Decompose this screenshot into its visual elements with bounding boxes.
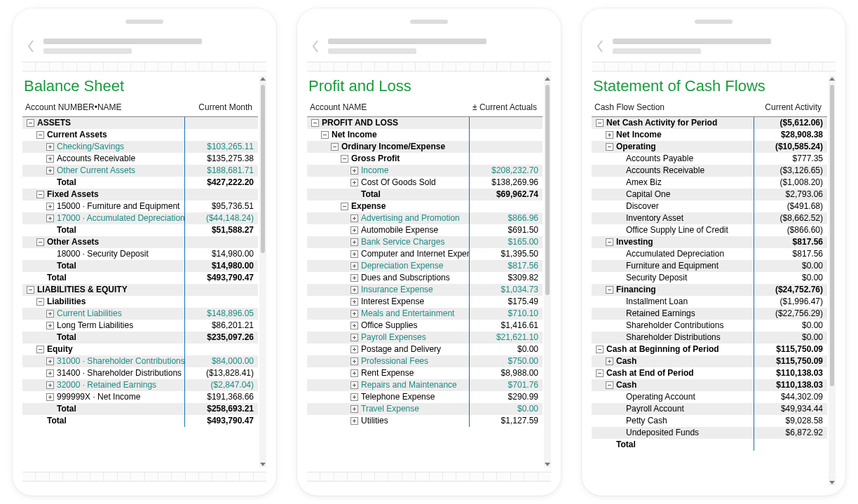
report-row[interactable]: Dues and Subscriptions $309.82 — [307, 272, 543, 284]
report-row[interactable]: Professional Fees $750.00 — [307, 355, 543, 367]
scroll-thumb[interactable] — [545, 85, 550, 295]
expand-icon[interactable] — [350, 381, 358, 389]
report-row[interactable]: Total $235,097.26 — [22, 332, 258, 343]
report-row[interactable]: Total $493,790.47 — [22, 272, 258, 284]
report-row[interactable]: Cash $110,138.03 — [592, 379, 827, 391]
report-row[interactable]: Undeposited Funds $6,872.92 — [592, 427, 827, 439]
scroll-thumb[interactable] — [261, 85, 265, 253]
report-row[interactable]: Current Assets — [22, 129, 258, 141]
scroll-up-icon[interactable] — [545, 77, 550, 81]
report-row[interactable]: Capital One $2,793.06 — [592, 189, 827, 200]
report-row[interactable]: 32000 · Retained Earnings ($2,847.04) — [22, 379, 258, 391]
report-row[interactable]: Depreciation Expense $817.56 — [307, 260, 543, 272]
report-row[interactable]: 18000 · Security Deposit $14,980.00 — [22, 248, 258, 260]
expand-icon[interactable] — [350, 274, 358, 282]
collapse-icon[interactable] — [331, 143, 339, 151]
expand-icon[interactable] — [350, 238, 358, 246]
report-row[interactable]: Income $208,232.70 — [307, 165, 543, 177]
report-row[interactable]: Total $258,693.21 — [22, 403, 258, 415]
expand-icon[interactable] — [350, 262, 358, 270]
expand-icon[interactable] — [350, 322, 358, 329]
report-row[interactable]: Insurance Expense $1,034.73 — [307, 284, 543, 296]
report-row[interactable]: Accounts Receivable ($3,126.65) — [592, 165, 827, 177]
expand-icon[interactable] — [350, 250, 358, 258]
expand-icon[interactable] — [46, 322, 54, 329]
report-row[interactable]: Investing $817.56 — [592, 236, 827, 248]
report-row[interactable]: Travel Expense $0.00 — [307, 403, 543, 415]
report-row[interactable]: 31400 · Shareholder Distributions ($13,8… — [22, 367, 258, 379]
expand-icon[interactable] — [350, 405, 358, 413]
expand-icon[interactable] — [350, 298, 358, 306]
report-row[interactable]: Petty Cash $9,028.58 — [592, 415, 827, 427]
collapse-icon[interactable] — [36, 346, 44, 353]
collapse-icon[interactable] — [596, 346, 604, 353]
report-row[interactable]: Liabilities — [22, 296, 258, 308]
report-row[interactable]: Office Supply Line of Credit ($866.60) — [592, 224, 827, 236]
report-row[interactable]: Financing ($24,752.76) — [592, 284, 827, 296]
expand-icon[interactable] — [350, 167, 358, 175]
collapse-icon[interactable] — [341, 203, 348, 210]
report-row[interactable]: Interest Expense $175.49 — [307, 296, 543, 308]
report-row[interactable]: Net Income — [307, 129, 543, 141]
collapse-icon[interactable] — [311, 119, 319, 127]
report-row[interactable]: Accounts Receivable $135,275.38 — [22, 153, 258, 165]
report-row[interactable]: Payroll Expenses $21,621.10 — [307, 332, 543, 343]
report-row[interactable]: Operating ($10,585.24) — [592, 141, 827, 153]
report-row[interactable]: Accumulated Depreciation $817.56 — [592, 248, 827, 260]
back-icon[interactable] — [310, 38, 321, 55]
collapse-icon[interactable] — [36, 298, 44, 306]
collapse-icon[interactable] — [341, 155, 348, 163]
report-row[interactable]: Computer and Internet Expenses $1,395.50 — [307, 248, 543, 260]
scrollbar[interactable] — [829, 76, 836, 486]
report-row[interactable]: Other Assets — [22, 236, 258, 248]
report-row[interactable]: Fixed Assets — [22, 189, 258, 200]
report-row[interactable]: Total $493,790.47 — [22, 415, 258, 427]
report-row[interactable]: PROFIT AND LOSS — [307, 117, 543, 129]
report-row[interactable]: Total $51,588.27 — [22, 224, 258, 236]
report-row[interactable]: LIABILITIES & EQUITY — [22, 284, 258, 296]
report-row[interactable]: Inventory Asset ($8,662.52) — [592, 212, 827, 224]
collapse-icon[interactable] — [606, 381, 613, 389]
report-row[interactable]: Total — [592, 439, 827, 451]
expand-icon[interactable] — [606, 357, 613, 365]
report-row[interactable]: Accounts Payable $777.35 — [592, 153, 827, 165]
expand-icon[interactable] — [46, 155, 54, 163]
report-row[interactable]: Repairs and Maintenance $701.76 — [307, 379, 543, 391]
expand-icon[interactable] — [350, 357, 358, 365]
collapse-icon[interactable] — [36, 191, 44, 198]
report-row[interactable]: Furniture and Equipment $0.00 — [592, 260, 827, 272]
expand-icon[interactable] — [46, 381, 54, 389]
report-row[interactable]: Advertising and Promotion $866.96 — [307, 212, 543, 224]
report-row[interactable]: Shareholder Contributions $0.00 — [592, 320, 827, 332]
report-row[interactable]: Cost Of Goods Sold $138,269.96 — [307, 177, 543, 189]
scroll-down-icon[interactable] — [260, 463, 266, 466]
collapse-icon[interactable] — [36, 131, 44, 139]
report-row[interactable]: Cash $115,750.09 — [592, 355, 827, 367]
report-row[interactable]: Office Supplies $1,416.61 — [307, 320, 543, 332]
report-row[interactable]: Gross Profit — [307, 153, 543, 165]
report-row[interactable]: Installment Loan ($1,996.47) — [592, 296, 827, 308]
collapse-icon[interactable] — [606, 286, 613, 294]
report-row[interactable]: Meals and Entertainment $710.10 — [307, 308, 543, 320]
expand-icon[interactable] — [350, 369, 358, 377]
report-row[interactable]: Automobile Expense $691.50 — [307, 224, 543, 236]
report-row[interactable]: ASSETS — [22, 117, 258, 129]
report-row[interactable]: Amex Biz ($1,008.20) — [592, 177, 827, 189]
report-row[interactable]: Retained Earnings ($22,756.29) — [592, 308, 827, 320]
report-row[interactable]: 31000 · Shareholder Contributions $84,00… — [22, 355, 258, 367]
report-row[interactable]: Total $427,222.20 — [22, 177, 258, 189]
expand-icon[interactable] — [350, 179, 358, 186]
report-row[interactable]: Telephone Expense $290.99 — [307, 391, 543, 403]
report-row[interactable]: 999999X · Net Income $191,368.66 — [22, 391, 258, 403]
expand-icon[interactable] — [46, 167, 54, 175]
report-row[interactable]: Ordinary Income/Expense — [307, 141, 543, 153]
collapse-icon[interactable] — [596, 369, 604, 377]
scrollbar[interactable] — [544, 76, 551, 468]
back-icon[interactable] — [25, 38, 36, 55]
expand-icon[interactable] — [350, 310, 358, 318]
report-row[interactable]: Other Current Assets $188,681.71 — [22, 165, 258, 177]
scroll-down-icon[interactable] — [829, 481, 835, 484]
report-row[interactable]: Security Deposit $0.00 — [592, 272, 827, 284]
collapse-icon[interactable] — [606, 143, 613, 151]
collapse-icon[interactable] — [27, 286, 34, 294]
